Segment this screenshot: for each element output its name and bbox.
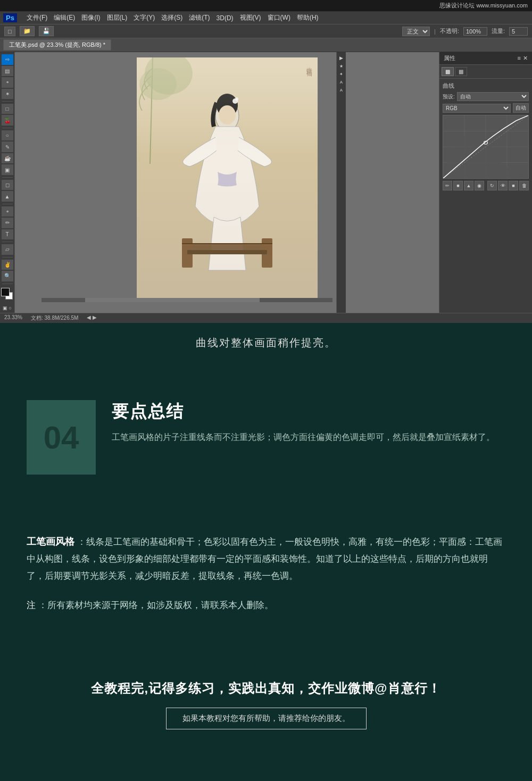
ps-caption-section: 曲线对整体画面稍作提亮。 — [0, 323, 532, 363]
curves-point-btn[interactable]: ■ — [453, 181, 463, 190]
tool-sep-4 — [2, 204, 13, 204]
section-title: 要点总结 — [112, 400, 505, 423]
panel-collapse-buttons: ▶ ★ ✦ A A — [336, 52, 346, 313]
shape-tool[interactable]: ▱ — [2, 244, 13, 255]
curves-smooth-btn[interactable]: ▲ — [464, 181, 473, 190]
crop-tool[interactable]: □ — [2, 104, 13, 114]
history-brush-tool[interactable]: ▣ — [2, 164, 13, 175]
collapse-btn-3[interactable]: ✦ — [339, 72, 343, 77]
menu-view[interactable]: 视图(V) — [240, 13, 261, 22]
fg-bg-colors[interactable] — [1, 288, 15, 301]
curves-preset-row: 预设: 自动 — [443, 92, 529, 101]
menu-filter[interactable]: 滤镜(T) — [189, 13, 210, 22]
main-paragraph-strong: 工笔画风格 — [27, 536, 74, 547]
selection-tool[interactable]: ▤ — [2, 66, 13, 77]
panel-menu-btn[interactable]: ≡ — [518, 55, 521, 62]
menu-layer[interactable]: 图层(L) — [107, 13, 128, 22]
magic-wand-tool[interactable]: ✶ — [2, 89, 13, 99]
text-tool[interactable]: T — [2, 229, 13, 240]
footer-recommend-box: 如果本教程对您有所帮助，请推荐给你的朋友。 — [166, 708, 367, 729]
curves-auto-btn[interactable]: 自动 — [513, 103, 529, 113]
section-text: 工笔画风格的片子注重线条而不注重光影；调色方面往偏黄的色调走即可，然后就是叠加宣… — [112, 430, 505, 444]
zoom-tool[interactable]: 🔍 — [2, 271, 13, 281]
main-paragraph-1-text: ：线条是工笔画的基础和骨干；色彩以固有色为主，一般设色明快，高雅，有统一的色彩；… — [27, 537, 502, 581]
collapse-btn-1[interactable]: ▶ — [339, 55, 343, 61]
opacity-label: 不透明: — [440, 27, 459, 35]
menu-3d[interactable]: 3D(D) — [217, 14, 234, 22]
curves-eye-btn[interactable]: 👁 — [498, 181, 508, 190]
curves-toolbar: ✏ ■ ▲ ◉ ↻ 👁 ■ 🗑 — [443, 181, 529, 190]
panel-header-buttons: ≡ ✕ — [518, 55, 528, 62]
preset-select[interactable]: 自动 — [457, 92, 529, 101]
tool-mode-select[interactable]: 正文 — [402, 27, 430, 36]
tool-sep-7 — [2, 284, 13, 284]
curves-visibility-btn[interactable]: ■ — [509, 181, 518, 190]
curves-btn[interactable]: ▩ — [442, 67, 454, 76]
mist-overlay — [137, 57, 318, 302]
opacity-input[interactable] — [463, 27, 487, 36]
curves-delete-btn[interactable]: 🗑 — [519, 181, 529, 190]
flow-input[interactable] — [509, 27, 528, 36]
curves-auto-color-btn[interactable]: ◉ — [475, 181, 484, 190]
document-tab[interactable]: 工笔美.psd @ 23.3% (提亮, RGB/8) * — [3, 39, 111, 51]
dodge-tool[interactable]: ⚬ — [2, 206, 13, 217]
open-btn[interactable]: 📁 — [20, 26, 35, 36]
channel-select[interactable]: RGB — [443, 104, 511, 113]
section-number: 04 — [27, 400, 96, 475]
eraser-tool[interactable]: ◻ — [2, 180, 13, 190]
color-mode-icons: ▣ ○ — [3, 305, 12, 311]
ps-statusbar: 23.33% 文档: 38.8M/226.5M ◀ ▶ — [0, 313, 532, 323]
menu-help[interactable]: 帮助(H) — [297, 13, 319, 22]
menu-select[interactable]: 选择(S) — [161, 13, 182, 22]
curves-svg — [443, 115, 528, 178]
footer-recommend-text: 如果本教程对您有所帮助，请推荐给你的朋友。 — [182, 713, 350, 722]
nav-arrows: ◀ ▶ — [87, 314, 97, 322]
collapse-btn-4[interactable]: A — [340, 80, 343, 85]
curves-graph[interactable] — [443, 115, 529, 179]
eyedropper-tool[interactable]: 🍒 — [2, 115, 13, 126]
menu-window[interactable]: 窗口(W) — [268, 13, 290, 22]
menu-image[interactable]: 图像(I) — [81, 13, 100, 22]
foreground-color[interactable] — [1, 288, 10, 296]
heal-tool[interactable]: ○ — [2, 130, 13, 141]
ps-menubar: Ps 文件(F) 编辑(E) 图像(I) 图层(L) 文字(Y) 选择(S) 滤… — [0, 12, 532, 24]
brush-tool[interactable]: ✎ — [2, 142, 13, 152]
main-paragraph-2-text: ：所有素材均来源于网络，如涉及版权，请联系本人删除。 — [38, 600, 273, 610]
curves-draw-btn[interactable]: ✏ — [443, 181, 452, 190]
menu-text[interactable]: 文字(Y) — [134, 13, 155, 22]
footer-main-text: 全教程完,记得多练习，实践出真知，交作业微博@肖意行！ — [11, 680, 521, 697]
tool-sep-2 — [2, 128, 13, 128]
tool-sep-1 — [2, 101, 13, 102]
curves-reset-btn[interactable]: ↻ — [487, 181, 497, 190]
collapse-btn-2[interactable]: ★ — [339, 64, 343, 69]
ps-workspace: ⇨ ▤ ⚬ ✶ □ 🍒 ○ ✎ ☕ ▣ ◻ ▲ ⚬ ✏ T ▱ ✌ 🔍 ▣ ○ — [0, 52, 532, 313]
save-btn[interactable]: 💾 — [39, 26, 54, 36]
main-text-section: 工笔画风格 ：线条是工笔画的基础和骨干；色彩以固有色为主，一般设色明快，高雅，有… — [0, 512, 532, 637]
levels-btn[interactable]: ▩ — [455, 67, 467, 76]
main-paragraph-2: 注 ：所有素材均来源于网络，如涉及版权，请联系本人删除。 — [27, 597, 505, 613]
doc-info: 文档: 38.8M/226.5M — [31, 314, 78, 322]
curves-mode-buttons: ▩ ▩ — [439, 65, 532, 79]
clone-tool[interactable]: ☕ — [2, 153, 13, 164]
section-gap-3 — [0, 637, 532, 659]
collapse-btn-5[interactable]: A — [340, 88, 343, 93]
curves-bottom-icons: ↻ 👁 ■ 🗑 — [487, 181, 529, 190]
footer-section: 全教程完,记得多练习，实践出真知，交作业微博@肖意行！ 如果本教程对您有所帮助，… — [0, 659, 532, 756]
curves-header: 曲线 — [443, 82, 529, 90]
watermark: 思缘设计论坛 www.missyuan.com — [0, 0, 532, 12]
menu-edit[interactable]: 编辑(E) — [54, 13, 75, 22]
ps-left-toolbar: ⇨ ▤ ⚬ ✶ □ 🍒 ○ ✎ ☕ ▣ ◻ ▲ ⚬ ✏ T ▱ ✌ 🔍 ▣ ○ — [0, 52, 15, 313]
panel-close-btn[interactable]: ✕ — [523, 55, 528, 62]
new-file-btn[interactable]: □ — [4, 27, 15, 36]
tool-sep-3 — [2, 177, 13, 178]
horizontal-scrollbar[interactable] — [41, 298, 332, 302]
pen-tool[interactable]: ✏ — [2, 218, 13, 228]
properties-label: 属性 — [444, 54, 455, 62]
menu-file[interactable]: 文件(F) — [27, 13, 47, 22]
hand-tool[interactable]: ✌ — [2, 260, 13, 270]
lasso-tool[interactable]: ⚬ — [2, 77, 13, 88]
scrollbar-thumb[interactable] — [85, 298, 260, 302]
gradient-tool[interactable]: ▲ — [2, 191, 13, 202]
move-tool[interactable]: ⇨ — [2, 54, 13, 65]
ps-canvas-area: 临江仙 — [15, 52, 439, 313]
